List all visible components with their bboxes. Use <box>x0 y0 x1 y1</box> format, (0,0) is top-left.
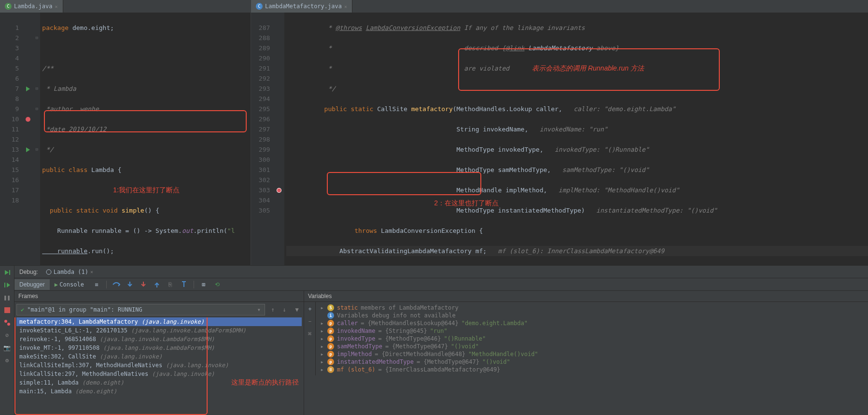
expand-icon[interactable]: ▸ <box>320 343 324 350</box>
tab-debugger[interactable]: Debugger <box>14 279 50 290</box>
class-icon: C <box>256 3 263 10</box>
close-icon[interactable]: ✕ <box>344 4 347 9</box>
editors-split: 123456789101112131415161718 ⊟⊟⊟⊟ package… <box>0 13 868 265</box>
variable-row[interactable]: ▸Sstatic members of LambdaMetafactory <box>318 304 866 312</box>
debug-session[interactable]: Lambda (1) ✕ <box>43 268 96 276</box>
svg-point-2 <box>4 320 7 323</box>
debug-panel: ❚❚ ⊘ 📷 ⚙ Debug: Lambda (1) ✕ Debugger ▶ … <box>0 265 868 415</box>
tab-console[interactable]: ▶ Console <box>50 279 89 290</box>
breakpoint-icon[interactable] <box>274 185 284 195</box>
tab-label: Lambda.java <box>14 3 52 10</box>
resume-icon[interactable] <box>3 281 11 289</box>
breakpoint-icon[interactable] <box>23 114 33 124</box>
variable-row[interactable]: ▸pinvokedName = {String@645} "run" <box>318 327 866 335</box>
code-area[interactable]: * @throws LambdaConversionException If a… <box>284 13 868 265</box>
left-editor: 123456789101112131415161718 ⊟⊟⊟⊟ package… <box>0 13 251 265</box>
thread-selector[interactable]: ✔ "main"@1 in group "main": RUNNING ▾ <box>16 304 265 315</box>
stop-icon[interactable] <box>3 306 11 314</box>
tab-label: LambdaMetafactory.java <box>265 3 342 10</box>
frame-row[interactable]: metafactory:304, LambdaMetafactory (java… <box>16 317 302 326</box>
debug-header: Debug: Lambda (1) ✕ <box>14 266 868 278</box>
camera-icon[interactable]: 📷 <box>3 344 11 352</box>
fold-column: ⊟⊟⊟⊟ <box>33 13 40 265</box>
frame-row[interactable]: reinvoke:-1, 968514068 (java.lang.invoke… <box>16 335 302 343</box>
badge-icon: i <box>327 312 334 319</box>
frame-row[interactable]: invokeStatic_L6_L:-1, 226170135 (java.la… <box>16 326 302 335</box>
frame-row[interactable]: linkCallSite:297, MethodHandleNatives (j… <box>16 370 302 378</box>
check-icon: ✔ <box>21 306 24 313</box>
bug-icon <box>46 269 52 275</box>
line-numbers: 2872882892902912922932942952962972982993… <box>251 13 274 265</box>
pause-icon[interactable]: ❚❚ <box>3 294 11 301</box>
run-icon[interactable] <box>23 84 33 94</box>
run-icon[interactable] <box>23 144 33 155</box>
gutter-icons <box>23 13 33 265</box>
annotation-bottom: 2：在这里也打了断点 <box>434 198 499 208</box>
frame-list[interactable]: 这里是断点的执行路径 metafactory:304, LambdaMetafa… <box>14 317 304 415</box>
variable-row[interactable]: ▸pcaller = {MethodHandles$Lookup@644} "d… <box>318 319 866 327</box>
badge-icon: p <box>327 351 334 358</box>
breakpoints-icon[interactable] <box>3 319 11 327</box>
step-into-icon[interactable] <box>126 281 134 288</box>
drop-frame-icon[interactable]: ⎘ <box>167 281 174 288</box>
tab-lambda[interactable]: C Lambda.java ✕ <box>0 0 63 13</box>
expand-icon[interactable]: ▸ <box>320 328 324 334</box>
expand-icon[interactable]: ▸ <box>320 366 324 373</box>
badge-icon: p <box>327 335 334 342</box>
svg-point-3 <box>7 323 10 326</box>
tab-metafactory[interactable]: C LambdaMetafactory.java ✕ <box>251 0 352 13</box>
variable-row[interactable]: ▸pinvokedType = {MethodType@646} "()Runn… <box>318 335 866 343</box>
trace-icon[interactable]: ⟲ <box>213 281 221 288</box>
expand-icon[interactable]: ▸ <box>320 351 324 358</box>
annotation-frames: 这里是断点的执行路径 <box>231 378 299 387</box>
editor-tabs: C Lambda.java ✕ C LambdaMetafactory.java… <box>0 0 868 13</box>
close-icon[interactable]: ✕ <box>90 269 93 274</box>
variable-row[interactable]: ▸pimplMethod = {DirectMethodHandle@648} … <box>318 350 866 358</box>
show-exec-icon[interactable]: ≡ <box>93 281 100 288</box>
close-icon[interactable]: ✕ <box>55 4 57 9</box>
filter-icon[interactable]: ▼ <box>293 306 301 314</box>
right-editor: 2872882892902912922932942952962972982993… <box>251 13 868 265</box>
variable-row[interactable]: ▸psamMethodType = {MethodType@647} "()vo… <box>318 343 866 350</box>
variable-row[interactable]: iVariables debug info not available <box>318 312 866 319</box>
annotation-top: 表示会动态的调用 Runnable.run 方法 <box>532 64 644 72</box>
gutter-icons <box>274 13 284 265</box>
code-area[interactable]: package demo.eight; /** * Lambda *author… <box>40 13 251 265</box>
prev-frame-icon[interactable]: ↑ <box>269 306 277 314</box>
force-step-into-icon[interactable] <box>140 281 147 288</box>
step-out-icon[interactable] <box>153 281 161 288</box>
add-watch-icon[interactable]: ＋ <box>306 305 314 313</box>
next-frame-icon[interactable]: ↓ <box>280 306 288 314</box>
badge-icon: p <box>327 343 334 350</box>
badge-icon: S <box>327 304 334 311</box>
badge-icon: p <box>327 320 334 327</box>
frame-row[interactable]: invoke_MT:-1, 997110508 (java.lang.invok… <box>16 343 302 352</box>
frame-row[interactable]: main:15, Lambda (demo.eight) <box>16 387 302 396</box>
variable-row[interactable]: ▸≡mf (slot_6) = {InnerClassLambdaMetafac… <box>318 366 866 373</box>
settings-icon[interactable]: ⚙ <box>3 357 11 364</box>
vars-list[interactable]: ▸Sstatic members of LambdaMetafactoryiVa… <box>316 302 868 375</box>
expand-icon[interactable]: ▸ <box>320 304 324 311</box>
badge-icon: ≡ <box>327 366 334 373</box>
chevron-down-icon: ▾ <box>257 306 261 313</box>
frame-row[interactable]: makeSite:302, CallSite (java.lang.invoke… <box>16 352 302 361</box>
expand-icon[interactable]: ▸ <box>320 335 324 342</box>
mute-bp-icon[interactable]: ⊘ <box>3 331 11 339</box>
rerun-icon[interactable] <box>3 269 11 276</box>
debug-main: Debug: Lambda (1) ✕ Debugger ▶ Console ≡… <box>14 266 868 415</box>
variables-title: Variables <box>304 291 868 301</box>
debug-title: Debug: <box>14 267 43 277</box>
remove-watch-icon[interactable]: － <box>306 317 314 325</box>
class-icon: C <box>5 3 12 10</box>
debug-sidebar: ❚❚ ⊘ 📷 ⚙ <box>0 266 14 415</box>
expand-icon[interactable]: ▸ <box>320 358 324 365</box>
link-icon[interactable]: ⌘ <box>306 330 314 338</box>
evaluate-icon[interactable]: ⊞ <box>200 281 208 288</box>
variable-row[interactable]: ▸pinstantiatedMethodType = {MethodType@6… <box>318 358 866 366</box>
frame-row[interactable]: linkCallSiteImpl:307, MethodHandleNative… <box>16 361 302 370</box>
variables-panel: Variables ＋ － ⌘ ▸Sstatic members of Lamb… <box>304 291 868 415</box>
expand-icon[interactable]: ▸ <box>320 320 324 327</box>
run-to-cursor-icon[interactable] <box>180 281 188 288</box>
step-over-icon[interactable] <box>112 281 120 288</box>
svg-rect-5 <box>182 281 186 282</box>
